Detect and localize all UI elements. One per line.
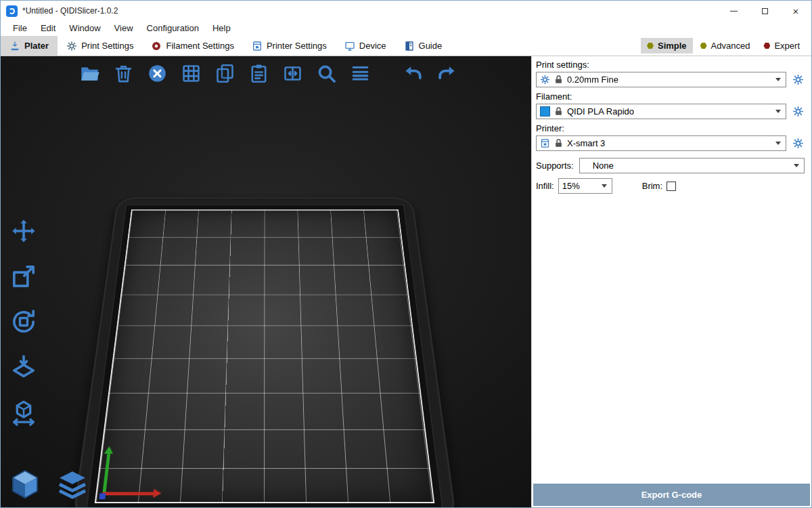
arrange-button[interactable] [177, 59, 205, 87]
tab-bar: PlaterPrint SettingsFilament SettingsPri… [1, 36, 811, 56]
layers-view-icon [56, 468, 89, 501]
device-icon [344, 41, 355, 51]
printer-settings-icon [252, 41, 263, 51]
view-toolbar [6, 465, 91, 503]
mode-expert[interactable]: Expert [757, 38, 806, 54]
lock-icon [554, 138, 564, 148]
axis-z-marker [99, 493, 106, 499]
tab-label: Device [359, 41, 386, 51]
menu-item-view[interactable]: View [108, 21, 140, 36]
chevron-down-icon [602, 184, 607, 188]
bed-scene [1, 56, 531, 507]
printer-combo[interactable]: X-smart 3 [536, 135, 786, 151]
print-settings-row: 0.20mm Fine [536, 72, 805, 87]
flatten-tool-button[interactable] [6, 350, 41, 385]
move-tool-button[interactable] [6, 213, 41, 249]
view-3d-button[interactable] [6, 465, 44, 503]
close-button[interactable]: × [780, 1, 811, 21]
export-gcode-button[interactable]: Export G-code [533, 484, 810, 506]
paste-icon [248, 63, 269, 84]
menu-item-file[interactable]: File [6, 21, 34, 36]
brim-label: Brim: [642, 181, 662, 191]
brim-checkbox[interactable] [667, 182, 676, 191]
search-button[interactable] [312, 59, 340, 87]
print-bed [72, 197, 457, 507]
paste-button[interactable] [244, 59, 273, 87]
tab-guide[interactable]: Guide [395, 36, 451, 56]
chevron-down-icon [775, 78, 781, 81]
mode-label: Expert [774, 41, 800, 51]
bed-tray [72, 197, 457, 507]
menu-bar: FileEditWindowViewConfigurationHelp [1, 21, 811, 36]
title-bar[interactable]: *Untitled - QIDISlicer-1.0.2 × [1, 1, 811, 21]
chevron-down-icon [775, 142, 781, 145]
guide-icon [404, 41, 415, 51]
redo-button[interactable] [432, 59, 461, 87]
layers-button[interactable] [346, 59, 374, 87]
tab-printer-settings[interactable]: Printer Settings [243, 36, 336, 56]
infill-brim-row: Infill: 15% Brim: [536, 178, 805, 194]
tab-print-settings[interactable]: Print Settings [58, 36, 142, 56]
tab-label: Guide [419, 41, 443, 51]
layers-icon [350, 63, 371, 84]
rotate-tool-button[interactable] [6, 304, 41, 339]
supports-combo[interactable]: None [579, 158, 805, 173]
main-area: Print settings: 0.20mm Fine Filament: QI… [1, 56, 811, 507]
open-folder-button[interactable] [75, 59, 104, 87]
measure-tool-button[interactable] [6, 395, 41, 430]
undo-button[interactable] [399, 59, 427, 87]
axis-y-arrow [102, 453, 110, 495]
print-settings-icon [66, 41, 77, 51]
delete-all-button[interactable] [143, 59, 171, 87]
copy-button[interactable] [210, 59, 239, 87]
print-settings-gear-button[interactable] [791, 73, 805, 87]
copy-icon [215, 63, 235, 84]
filament-value: QIDI PLA Rapido [567, 106, 772, 117]
menu-item-edit[interactable]: Edit [34, 21, 62, 36]
printer-label: Printer: [536, 123, 805, 133]
tab-device[interactable]: Device [336, 36, 395, 56]
print-settings-combo[interactable]: 0.20mm Fine [536, 72, 786, 87]
printer-value: X-smart 3 [567, 138, 772, 148]
split-button[interactable] [278, 59, 307, 87]
minimize-button[interactable] [718, 1, 749, 21]
printer-icon [540, 138, 550, 148]
undo-icon [403, 63, 424, 84]
plater-icon [9, 41, 20, 51]
scale-tool-button[interactable] [6, 259, 41, 294]
window-controls: × [718, 1, 811, 21]
print-settings-label: Print settings: [536, 60, 805, 70]
mode-simple[interactable]: Simple [641, 38, 693, 54]
tab-label: Printer Settings [267, 41, 327, 51]
chevron-down-icon [794, 164, 799, 167]
delete-button[interactable] [109, 59, 137, 87]
layers-view-button[interactable] [53, 465, 91, 503]
menu-item-window[interactable]: Window [62, 21, 107, 36]
split-icon [282, 63, 303, 84]
filament-combo[interactable]: QIDI PLA Rapido [536, 104, 786, 119]
mode-advanced[interactable]: Advanced [694, 38, 757, 54]
tab-filament-settings[interactable]: Filament Settings [142, 36, 242, 56]
maximize-button[interactable] [749, 1, 780, 21]
menu-item-help[interactable]: Help [206, 21, 238, 36]
mode-dot-icon [700, 43, 707, 49]
supports-row: Supports: None [536, 158, 805, 173]
lock-icon [554, 75, 564, 85]
scale-icon [10, 263, 37, 290]
filament-color-swatch [540, 106, 550, 117]
infill-combo[interactable]: 15% [558, 178, 612, 194]
infill-label: Infill: [536, 181, 554, 191]
print-settings-value: 0.20mm Fine [567, 75, 772, 85]
view-3d-icon [9, 468, 41, 501]
tab-plater[interactable]: Plater [1, 36, 58, 56]
arrange-icon [181, 63, 202, 84]
settings-sidebar: Print settings: 0.20mm Fine Filament: QI… [531, 56, 811, 507]
filament-settings-icon [151, 41, 162, 51]
mode-label: Simple [658, 41, 687, 51]
menu-item-configuration[interactable]: Configuration [140, 21, 206, 36]
3d-viewport[interactable] [1, 56, 531, 507]
app-logo-icon [6, 5, 18, 17]
printer-gear-button[interactable] [791, 137, 805, 150]
mode-group: SimpleAdvancedExpert [641, 36, 811, 56]
filament-gear-button[interactable] [791, 105, 805, 119]
